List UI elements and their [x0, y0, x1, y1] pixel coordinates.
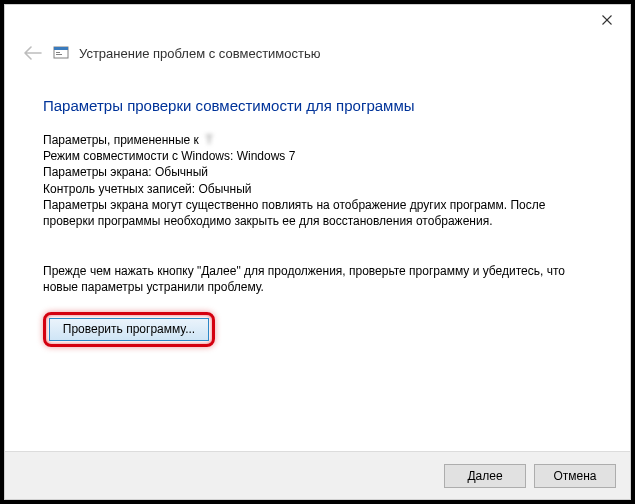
header-row: Устранение проблем с совместимостью [5, 37, 630, 73]
compat-mode-line: Режим совместимости с Windows: Windows 7 [43, 148, 592, 164]
titlebar [5, 5, 630, 37]
close-button[interactable] [584, 5, 630, 35]
dialog-window: Устранение проблем с совместимостью Пара… [4, 4, 631, 500]
window-title: Устранение проблем с совместимостью [79, 46, 321, 61]
highlight-frame: Проверить программу... [43, 312, 215, 347]
params-applied-label: Параметры, примененные к [43, 133, 199, 147]
svg-rect-5 [56, 54, 62, 55]
back-button[interactable] [23, 43, 43, 63]
test-program-button[interactable]: Проверить программу... [49, 318, 209, 341]
params-applied-value: T [206, 132, 213, 148]
app-icon [53, 45, 69, 61]
screen-warning-line: Параметры экрана могут существенно повли… [43, 197, 592, 229]
svg-rect-3 [54, 47, 68, 50]
svg-rect-4 [56, 52, 60, 53]
cancel-button[interactable]: Отмена [534, 464, 616, 488]
content-area: Параметры проверки совместимости для про… [5, 73, 630, 347]
params-applied-line: Параметры, примененные к T [43, 132, 592, 148]
uac-line: Контроль учетных записей: Обычный [43, 181, 592, 197]
next-button[interactable]: Далее [444, 464, 526, 488]
close-icon [602, 15, 612, 25]
page-title: Параметры проверки совместимости для про… [43, 97, 592, 114]
instruction-text: Прежде чем нажать кнопку "Далее" для про… [43, 263, 592, 295]
screen-params-line: Параметры экрана: Обычный [43, 164, 592, 180]
footer-bar: Далее Отмена [5, 451, 630, 499]
params-block: Параметры, примененные к T Режим совмест… [43, 132, 592, 229]
back-arrow-icon [24, 46, 42, 60]
